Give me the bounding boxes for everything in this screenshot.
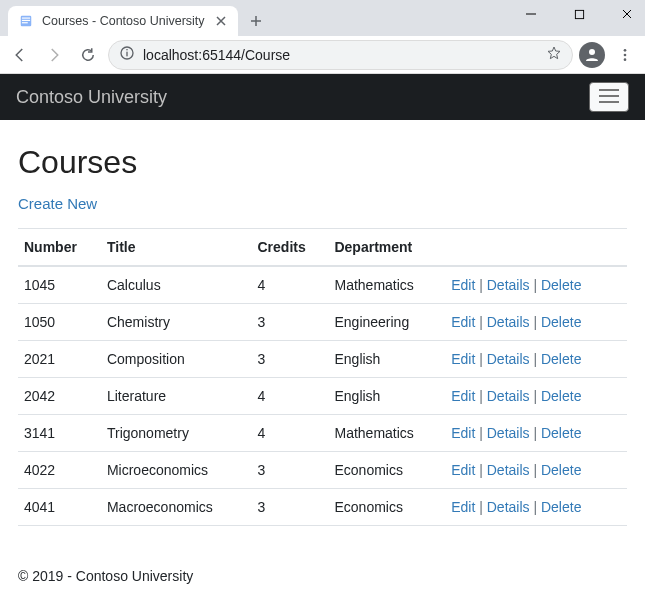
col-title: Title	[101, 229, 252, 267]
edit-link[interactable]: Edit	[451, 277, 475, 293]
cell-title: Macroeconomics	[101, 489, 252, 526]
cell-title: Chemistry	[101, 304, 252, 341]
page-footer: © 2019 - Contoso University	[0, 550, 645, 602]
cell-credits: 4	[252, 266, 329, 304]
delete-link[interactable]: Delete	[541, 314, 581, 330]
cell-credits: 3	[252, 452, 329, 489]
cell-number: 4041	[18, 489, 101, 526]
window-minimize-button[interactable]	[517, 4, 545, 24]
details-link[interactable]: Details	[487, 351, 530, 367]
edit-link[interactable]: Edit	[451, 314, 475, 330]
footer-text: © 2019 - Contoso University	[18, 568, 193, 584]
address-bar[interactable]: localhost:65144/Course	[108, 40, 573, 70]
url-text: localhost:65144/Course	[143, 47, 538, 63]
cell-actions: Edit | Details | Delete	[445, 304, 627, 341]
cell-number: 1045	[18, 266, 101, 304]
details-link[interactable]: Details	[487, 277, 530, 293]
cell-title: Trigonometry	[101, 415, 252, 452]
edit-link[interactable]: Edit	[451, 499, 475, 515]
table-row: 4041Macroeconomics3EconomicsEdit | Detai…	[18, 489, 627, 526]
cell-department: Economics	[328, 452, 445, 489]
cell-department: Mathematics	[328, 266, 445, 304]
svg-rect-3	[22, 22, 28, 23]
svg-point-9	[624, 49, 627, 52]
svg-point-8	[589, 49, 595, 55]
table-row: 2021Composition3EnglishEdit | Details | …	[18, 341, 627, 378]
bookmark-icon[interactable]	[546, 45, 562, 64]
close-tab-icon[interactable]	[214, 14, 228, 28]
cell-credits: 3	[252, 304, 329, 341]
details-link[interactable]: Details	[487, 462, 530, 478]
window-controls	[517, 4, 641, 24]
browser-titlebar: Courses - Contoso University	[0, 0, 645, 36]
delete-link[interactable]: Delete	[541, 351, 581, 367]
browser-chrome: Courses - Contoso University loc	[0, 0, 645, 74]
reload-button[interactable]	[74, 41, 102, 69]
app-navbar: Contoso University	[0, 74, 645, 120]
create-new-link[interactable]: Create New	[18, 195, 97, 212]
cell-department: English	[328, 341, 445, 378]
tab-title: Courses - Contoso University	[42, 14, 206, 28]
svg-rect-1	[22, 18, 30, 19]
navbar-toggle-button[interactable]	[589, 82, 629, 112]
brand-link[interactable]: Contoso University	[16, 87, 167, 108]
cell-department: Engineering	[328, 304, 445, 341]
forward-button[interactable]	[40, 41, 68, 69]
cell-actions: Edit | Details | Delete	[445, 378, 627, 415]
table-row: 1050Chemistry3EngineeringEdit | Details …	[18, 304, 627, 341]
cell-actions: Edit | Details | Delete	[445, 341, 627, 378]
delete-link[interactable]: Delete	[541, 388, 581, 404]
new-tab-button[interactable]	[242, 7, 270, 35]
svg-point-10	[624, 53, 627, 56]
edit-link[interactable]: Edit	[451, 425, 475, 441]
table-header-row: Number Title Credits Department	[18, 229, 627, 267]
svg-point-11	[624, 58, 627, 61]
cell-credits: 4	[252, 415, 329, 452]
profile-button[interactable]	[579, 42, 605, 68]
svg-rect-7	[126, 49, 127, 50]
cell-number: 1050	[18, 304, 101, 341]
cell-number: 3141	[18, 415, 101, 452]
edit-link[interactable]: Edit	[451, 462, 475, 478]
cell-credits: 4	[252, 378, 329, 415]
col-actions	[445, 229, 627, 267]
cell-credits: 3	[252, 489, 329, 526]
page-body: Courses Create New Number Title Credits …	[0, 120, 645, 550]
table-row: 1045Calculus4MathematicsEdit | Details |…	[18, 266, 627, 304]
edit-link[interactable]: Edit	[451, 388, 475, 404]
cell-credits: 3	[252, 341, 329, 378]
svg-rect-2	[22, 20, 30, 21]
cell-number: 2021	[18, 341, 101, 378]
browser-tab[interactable]: Courses - Contoso University	[8, 6, 238, 36]
cell-title: Microeconomics	[101, 452, 252, 489]
table-row: 3141Trigonometry4MathematicsEdit | Detai…	[18, 415, 627, 452]
svg-rect-4	[575, 10, 583, 18]
details-link[interactable]: Details	[487, 425, 530, 441]
delete-link[interactable]: Delete	[541, 499, 581, 515]
details-link[interactable]: Details	[487, 314, 530, 330]
cell-title: Calculus	[101, 266, 252, 304]
table-row: 4022Microeconomics3EconomicsEdit | Detai…	[18, 452, 627, 489]
cell-department: Economics	[328, 489, 445, 526]
delete-link[interactable]: Delete	[541, 425, 581, 441]
courses-table: Number Title Credits Department 1045Calc…	[18, 228, 627, 526]
cell-department: Mathematics	[328, 415, 445, 452]
cell-actions: Edit | Details | Delete	[445, 452, 627, 489]
window-close-button[interactable]	[613, 4, 641, 24]
details-link[interactable]: Details	[487, 499, 530, 515]
delete-link[interactable]: Delete	[541, 277, 581, 293]
details-link[interactable]: Details	[487, 388, 530, 404]
cell-number: 4022	[18, 452, 101, 489]
page-icon	[18, 13, 34, 29]
delete-link[interactable]: Delete	[541, 462, 581, 478]
browser-toolbar: localhost:65144/Course	[0, 36, 645, 74]
back-button[interactable]	[6, 41, 34, 69]
edit-link[interactable]: Edit	[451, 351, 475, 367]
site-info-icon[interactable]	[119, 45, 135, 64]
cell-department: English	[328, 378, 445, 415]
cell-actions: Edit | Details | Delete	[445, 266, 627, 304]
cell-number: 2042	[18, 378, 101, 415]
col-department: Department	[328, 229, 445, 267]
browser-menu-button[interactable]	[611, 41, 639, 69]
window-maximize-button[interactable]	[565, 4, 593, 24]
